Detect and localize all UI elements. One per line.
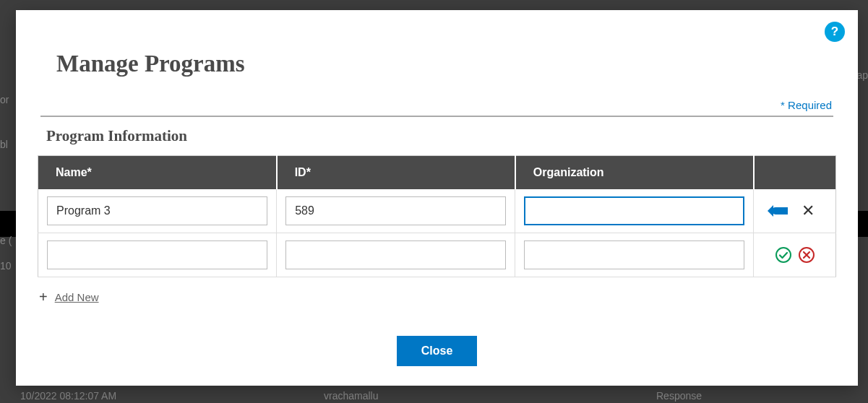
modal-title: Manage Programs [56, 51, 836, 77]
backdrop-text: ap [856, 69, 868, 81]
table-row: ✕ [38, 189, 836, 233]
add-new-button[interactable]: + Add New [39, 289, 836, 306]
manage-programs-modal: ? Manage Programs * Required Program Inf… [16, 10, 858, 386]
confirm-row-button[interactable] [773, 245, 794, 265]
table-row [38, 233, 836, 277]
backdrop-text: or [0, 94, 9, 105]
x-circle-icon [798, 246, 815, 264]
plus-icon: + [39, 289, 48, 306]
svg-point-0 [776, 248, 791, 262]
check-circle-icon [775, 246, 792, 264]
delete-row-button[interactable]: ✕ [798, 201, 818, 221]
column-header-id: ID* [277, 156, 515, 190]
help-icon[interactable]: ? [825, 22, 845, 42]
help-icon-label: ? [831, 25, 838, 39]
name-input[interactable] [47, 196, 267, 225]
organization-input[interactable] [524, 240, 744, 269]
required-label: * Required [38, 99, 832, 111]
backdrop-text: 10/2022 08:12:07 AM [20, 390, 116, 402]
column-header-name: Name* [38, 156, 277, 190]
pointer-hint-icon [772, 207, 788, 214]
section-title: Program Information [46, 127, 836, 145]
column-header-organization: Organization [515, 156, 754, 190]
cancel-row-button[interactable] [796, 245, 817, 265]
column-header-actions [754, 156, 836, 190]
backdrop-text: 10 [0, 260, 12, 272]
close-button-label: Close [421, 344, 453, 357]
backdrop-text: Response [656, 390, 702, 402]
program-table: Name* ID* Organization [38, 155, 836, 277]
backdrop-text: bl [0, 139, 8, 150]
table-header: Name* ID* Organization [38, 156, 836, 190]
close-icon: ✕ [802, 202, 815, 220]
organization-input[interactable] [524, 196, 744, 225]
backdrop-text: e ( [0, 235, 12, 246]
divider [40, 116, 833, 117]
name-input[interactable] [47, 240, 267, 269]
id-input[interactable] [285, 240, 506, 269]
id-input[interactable] [285, 196, 506, 225]
backdrop-text: vrachamallu [324, 390, 378, 402]
close-button[interactable]: Close [397, 336, 478, 366]
add-new-label: Add New [55, 291, 99, 303]
